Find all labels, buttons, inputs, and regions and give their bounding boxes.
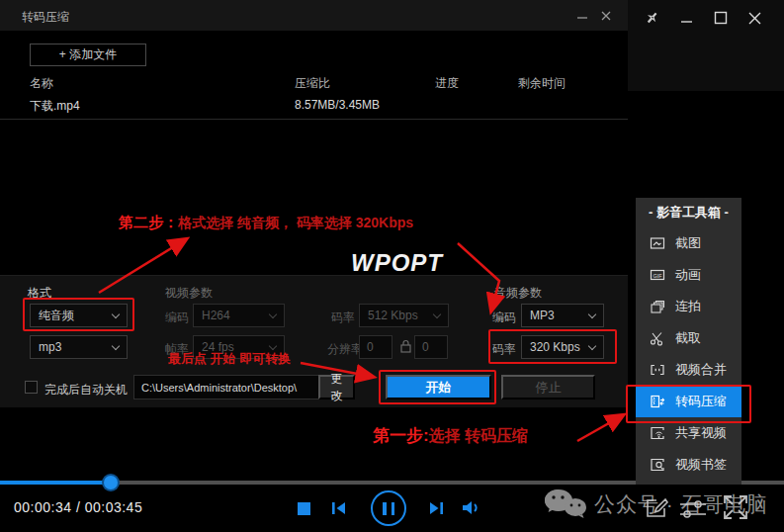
fullscreen-icon[interactable] [721, 492, 750, 526]
chevron-down-icon [588, 310, 596, 318]
audio-encode-value: MP3 [530, 309, 555, 322]
video-encode-value: H264 [202, 309, 230, 322]
audio-bitrate-label: 码率 [492, 341, 516, 358]
outer-titlebar [628, 0, 784, 91]
share-video-icon [650, 425, 665, 441]
transcode-icon [650, 394, 665, 409]
sidebar-item-label: 视频书签 [675, 456, 727, 474]
format-value: 纯音频 [39, 308, 74, 324]
progress-fill [0, 481, 111, 485]
chevron-down-icon [269, 310, 277, 318]
gif-icon: GIF [650, 267, 665, 283]
sidebar-item-burst[interactable]: 连拍 [636, 291, 741, 322]
sidebar-item-capture[interactable]: 截取 [636, 322, 741, 354]
video-params-label: 视频参数 [165, 285, 213, 302]
audio-bitrate-dropdown[interactable]: 320 Kbps [521, 335, 604, 359]
pin-icon[interactable] [642, 8, 661, 28]
sidebar-item-share-video[interactable]: 共享视频 [636, 417, 741, 449]
audio-bitrate-value: 320 Kbps [530, 340, 580, 354]
app-window: 转码压缩 + 添加文件 名称 压缩比 进度 剩余时间 下载.mp4 8.57MB… [0, 0, 784, 532]
dialog-close-icon[interactable] [597, 7, 615, 25]
svg-text:GIF: GIF [653, 273, 662, 279]
annotation-step1: 第一步:选择 转码压缩 [373, 424, 528, 447]
resolution-width-input: 0 [359, 335, 392, 359]
container-value: mp3 [39, 340, 61, 354]
annotate-pen-icon[interactable] [644, 495, 669, 525]
previous-icon[interactable] [330, 500, 348, 516]
annotation-step2-text: 格式选择 纯音频， 码率选择 320Kbps [178, 215, 413, 230]
playback-time: 00:00:34 / 00:03:45 [14, 499, 142, 515]
settings-nodes-icon[interactable] [679, 498, 707, 524]
arrow-to-transcode-item [577, 415, 623, 441]
format-dropdown[interactable]: 纯音频 [30, 304, 128, 327]
seek-handle[interactable] [104, 476, 118, 489]
sidebar-item-screenshot[interactable]: 截图 [636, 227, 741, 259]
shutdown-label: 完成后自动关机 [44, 382, 128, 399]
toolbox-sidebar: - 影音工具箱 - 截图 GIF 动画 连拍 截取 视频合并 转码压缩 共享视频 [636, 198, 741, 485]
close-icon[interactable] [744, 8, 764, 28]
video-encode-dropdown: H264 [193, 304, 285, 327]
annotation-step1-prefix: 第一步: [373, 426, 429, 445]
container-dropdown[interactable]: mp3 [30, 335, 128, 359]
change-path-button[interactable]: 更改 [318, 375, 355, 399]
sidebar-item-transcode[interactable]: 转码压缩 [636, 386, 741, 417]
resolution-label: 分辨率 [327, 341, 363, 358]
add-file-button[interactable]: + 添加文件 [30, 44, 146, 66]
dialog-minimize-icon[interactable] [573, 7, 591, 25]
chevron-down-icon [588, 342, 596, 350]
resolution-height-input: 0 [414, 335, 448, 359]
minimize-icon[interactable] [677, 8, 697, 28]
chevron-down-icon [269, 342, 277, 350]
format-label: 格式 [28, 285, 51, 302]
wechat-icon [543, 488, 588, 522]
col-header-name: 名称 [30, 75, 53, 92]
dialog-title: 转码压缩 [22, 9, 69, 26]
screenshot-icon [650, 235, 665, 251]
sidebar-item-video-merge[interactable]: 视频合并 [636, 354, 741, 386]
maximize-icon[interactable] [711, 8, 731, 28]
output-path-input[interactable]: C:\Users\Administrator\Desktop\ [133, 375, 319, 399]
video-bitrate-value: 512 Kbps [368, 309, 418, 322]
lock-icon [399, 339, 412, 358]
burst-icon [650, 299, 665, 314]
col-header-progress: 进度 [435, 75, 459, 92]
dialog-titlebar: 转码压缩 [0, 0, 628, 31]
sidebar-item-label: 视频合并 [675, 361, 727, 379]
sidebar-item-gif[interactable]: GIF 动画 [636, 259, 741, 291]
video-merge-icon [650, 362, 665, 378]
start-button[interactable]: 开始 [386, 375, 491, 399]
file-row-name[interactable]: 下载.mp4 [30, 98, 80, 115]
sidebar-item-video-bookmark[interactable]: 视频书签 [636, 449, 741, 481]
list-divider [0, 119, 628, 120]
video-bitrate-label: 码率 [331, 310, 355, 326]
audio-params-label: 音频参数 [494, 285, 542, 302]
video-bookmark-icon [650, 457, 665, 473]
annotation-step1-text: 选择 转码压缩 [429, 427, 528, 444]
sidebar-item-label: 截取 [675, 329, 701, 347]
chevron-down-icon [112, 342, 120, 350]
sidebar-item-label: 转码压缩 [675, 393, 727, 410]
annotation-hint-text: 最后点 开始 即可转换 [168, 351, 291, 366]
volume-icon[interactable] [461, 498, 482, 517]
col-header-remaining: 剩余时间 [518, 75, 566, 92]
stop-button[interactable]: 停止 [501, 375, 595, 399]
shutdown-checkbox[interactable] [25, 381, 38, 394]
sidebar-item-label: 共享视频 [675, 424, 727, 442]
watermark-text: WPOPT [351, 249, 443, 277]
file-row-ratio: 8.57MB/3.45MB [295, 98, 380, 112]
toolbox-title: - 影音工具箱 - [636, 198, 741, 227]
video-encode-label: 编码 [165, 310, 189, 326]
sidebar-item-label: 截图 [675, 234, 701, 252]
annotation-step2: 第二步：格式选择 纯音频， 码率选择 320Kbps [119, 214, 413, 232]
chevron-down-icon [112, 310, 120, 318]
sidebar-item-label: 动画 [675, 266, 701, 284]
col-header-ratio: 压缩比 [295, 75, 330, 92]
annotation-hint: 最后点 开始 即可转换 [168, 350, 291, 368]
next-icon[interactable] [427, 500, 445, 516]
annotation-step2-prefix: 第二步： [119, 214, 178, 230]
pause-icon[interactable] [371, 490, 406, 526]
stop-playback-icon[interactable] [298, 502, 310, 515]
audio-encode-dropdown[interactable]: MP3 [521, 304, 604, 327]
scissors-icon [650, 330, 665, 346]
chevron-down-icon [433, 310, 441, 318]
